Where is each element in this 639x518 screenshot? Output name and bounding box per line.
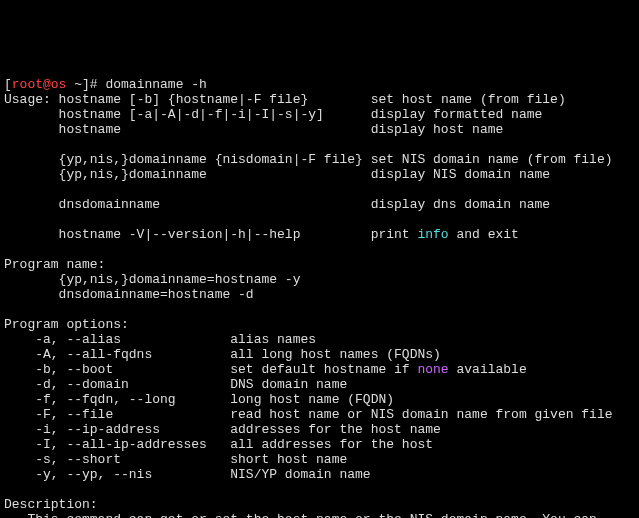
program-name-label: Program name: <box>4 257 105 272</box>
description-label: Description: <box>4 497 98 512</box>
options-lines: -a, --alias alias names -A, --all-fqdns … <box>4 332 613 482</box>
prompt: [root@os ~]# <box>4 77 98 92</box>
prompt-path: ~ <box>66 77 82 92</box>
command-text: domainname -h <box>98 77 207 92</box>
prompt-bracket-open: [ <box>4 77 12 92</box>
program-options-label: Program options: <box>4 317 129 332</box>
program-name-lines: {yp,nis,}domainname=hostname -y dnsdomai… <box>4 272 300 302</box>
terminal-output: [root@os ~]# domainname -h Usage: hostna… <box>0 75 639 518</box>
keyword-info: info <box>417 227 448 242</box>
description-lines: This command can get or set the host nam… <box>4 512 597 518</box>
usage-label: Usage: <box>4 92 51 107</box>
prompt-user-host: root@os <box>12 77 67 92</box>
keyword-none: none <box>417 362 448 377</box>
prompt-bracket-close: ]# <box>82 77 98 92</box>
usage-lines: hostname [-b] {hostname|-F file} set hos… <box>4 92 613 242</box>
